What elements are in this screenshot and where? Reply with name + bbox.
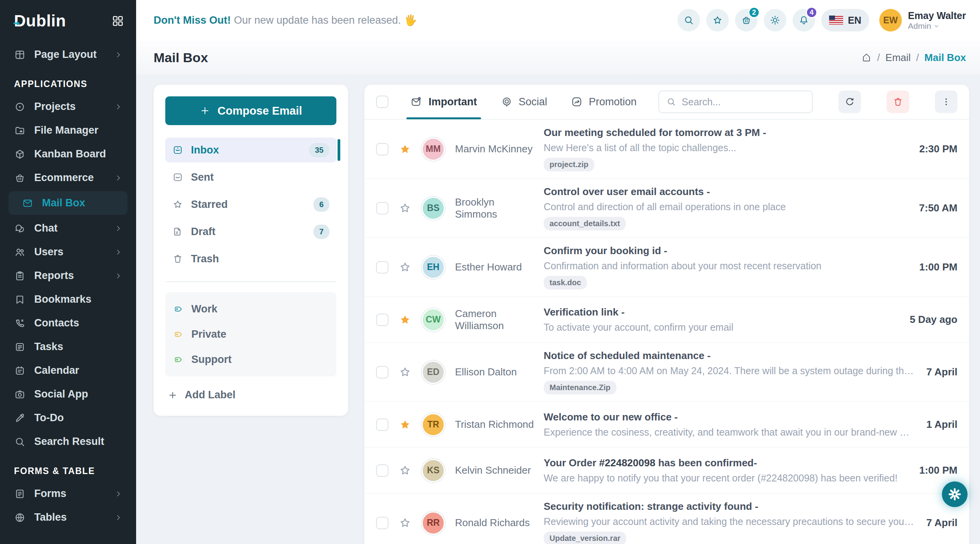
attachment-chip[interactable]: task.doc [544, 276, 587, 289]
app-logo[interactable]: Dublin [14, 12, 66, 30]
email-snippet: From 2:00 AM to 4:00 AM on May 24, 2024.… [544, 365, 915, 377]
language-selector[interactable]: EN [821, 9, 869, 31]
announcement-highlight: Don't Miss Out! [154, 14, 231, 26]
folder-sent[interactable]: Sent [165, 165, 336, 190]
label-private[interactable]: Private [173, 328, 329, 340]
attachment-chip[interactable]: account_details.txt [544, 217, 626, 230]
label-support[interactable]: Support [173, 354, 329, 366]
email-row[interactable]: BSBrooklyn SimmonsControl over user emai… [364, 178, 969, 237]
email-row[interactable]: CWCameron WilliamsonVerification link -T… [364, 296, 969, 342]
user-menu[interactable]: EW Emay Walter Admin [879, 9, 966, 31]
sidebar-item-reports[interactable]: Reports [9, 264, 128, 288]
sidebar-item-contacts[interactable]: Contacts [9, 311, 128, 335]
email-row[interactable]: RRRonald RichardsSecurity notification: … [364, 493, 969, 544]
sender-name: Kelvin Schneider [455, 464, 544, 476]
sidebar-item-label: Ecommerce [34, 172, 94, 184]
sidebar-item-ecommerce[interactable]: Ecommerce [9, 166, 128, 190]
row-checkbox[interactable] [376, 314, 388, 326]
star-filled-icon[interactable] [399, 143, 411, 155]
row-checkbox[interactable] [376, 366, 388, 378]
contacts-icon [14, 317, 26, 329]
star-outline-icon[interactable] [399, 516, 411, 529]
sidebar-logo-row: Dublin [0, 0, 136, 37]
row-checkbox[interactable] [376, 202, 388, 214]
sidebar-item-projects[interactable]: Projects [9, 95, 128, 119]
tab-social[interactable]: Social [499, 85, 549, 119]
sidebar-item-tasks[interactable]: Tasks [9, 335, 128, 359]
sent-icon [172, 172, 183, 183]
email-snippet: Reviewing your account activity and taki… [544, 516, 915, 527]
email-subject: Our meeting scheduled for tomorrow at 3 … [544, 127, 908, 139]
breadcrumb-email[interactable]: Email [886, 52, 911, 64]
notifications-button[interactable]: 4 [793, 9, 815, 31]
email-row[interactable]: MMMarvin McKinneyOur meeting scheduled f… [364, 120, 969, 178]
sidebar-item-search-result[interactable]: Search Result [9, 430, 128, 453]
row-checkbox[interactable] [376, 418, 388, 431]
more-options-button[interactable] [935, 91, 957, 113]
row-checkbox[interactable] [376, 517, 388, 529]
row-checkbox[interactable] [376, 464, 388, 477]
add-label-button[interactable]: Add Label [168, 389, 334, 401]
sidebar-item-kanban-board[interactable]: Kanban Board [9, 142, 128, 166]
grid-icon[interactable] [111, 14, 124, 28]
sidebar-item-tables[interactable]: Tables [9, 506, 128, 529]
sidebar-item-file-manager[interactable]: File Manager [9, 119, 128, 142]
sidebar-item-page-layout[interactable]: Page Layout [9, 43, 128, 66]
search-input[interactable] [682, 96, 805, 108]
folder-draft[interactable]: Draft7 [165, 219, 336, 244]
delete-button[interactable] [887, 91, 909, 113]
tab-label: Social [519, 96, 548, 108]
attachment-chip[interactable]: Maintenance.Zip [544, 381, 616, 394]
sidebar-section-applications: APPLICATIONS [14, 79, 122, 89]
cart-button[interactable]: 2 [735, 9, 758, 31]
search-button[interactable] [677, 9, 700, 31]
sidebar-item-mail-box[interactable]: Mail Box [9, 191, 128, 215]
sidebar-item-social-app[interactable]: Social App [9, 382, 128, 406]
email-row[interactable]: KSKelvin SchneiderYour Order #224820098 … [364, 447, 969, 493]
chevron-right-icon [114, 51, 122, 59]
home-icon[interactable] [861, 52, 872, 63]
trash-icon [172, 253, 183, 264]
folder-list: Inbox35SentStarred6Draft7Trash [165, 138, 336, 271]
sidebar-item-bookmarks[interactable]: Bookmarks [9, 288, 128, 311]
sidebar-item-to-do[interactable]: To-Do [9, 406, 128, 430]
row-checkbox[interactable] [376, 143, 388, 155]
compose-email-button[interactable]: Compose Email [165, 96, 336, 125]
sidebar-item-forms[interactable]: Forms [9, 482, 128, 506]
email-row[interactable]: EHEsther HowardConfirm your booking id -… [364, 237, 969, 296]
sidebar-item-users[interactable]: Users [9, 240, 128, 264]
star-outline-icon[interactable] [399, 202, 411, 214]
star-outline-icon[interactable] [399, 464, 411, 477]
settings-fab[interactable] [942, 481, 968, 507]
email-row[interactable]: TRTristan RichmondWelcome to our new off… [364, 401, 969, 447]
folder-trash[interactable]: Trash [165, 246, 336, 271]
tab-promotion[interactable]: Promotion [569, 85, 638, 119]
label-text: Private [191, 328, 226, 340]
email-snippet: Control and direction of all email opera… [544, 201, 907, 213]
star-filled-icon[interactable] [399, 313, 411, 326]
folder-starred[interactable]: Starred6 [165, 192, 336, 217]
attachment-chip[interactable]: Update_version.rar [544, 532, 626, 544]
avatar: CW [422, 308, 445, 331]
sidebar-item-calendar[interactable]: Calendar [9, 359, 128, 382]
star-outline-icon[interactable] [399, 261, 411, 274]
row-checkbox[interactable] [376, 261, 388, 274]
refresh-button[interactable] [838, 91, 861, 113]
label-work[interactable]: Work [173, 303, 329, 315]
breadcrumb-mail-box[interactable]: Mail Box [924, 52, 966, 64]
divider [166, 281, 336, 282]
starred-button[interactable] [706, 9, 729, 31]
folder-inbox[interactable]: Inbox35 [165, 138, 336, 162]
star-filled-icon[interactable] [399, 418, 411, 431]
tab-important[interactable]: Important [409, 85, 479, 119]
select-all-checkbox[interactable] [376, 96, 388, 108]
page-layout-icon [14, 49, 26, 61]
email-row[interactable]: EDEllison DaltonNotice of scheduled main… [364, 342, 969, 401]
attachment-chip[interactable]: project.zip [544, 158, 594, 171]
sidebar-item-label: Search Result [34, 436, 104, 448]
sidebar-item-chat[interactable]: Chat [9, 216, 128, 240]
theme-button[interactable] [764, 9, 786, 31]
sender-name: Cameron Williamson [455, 308, 544, 332]
star-outline-icon[interactable] [399, 366, 411, 378]
email-time: 5 Day ago [910, 314, 957, 326]
